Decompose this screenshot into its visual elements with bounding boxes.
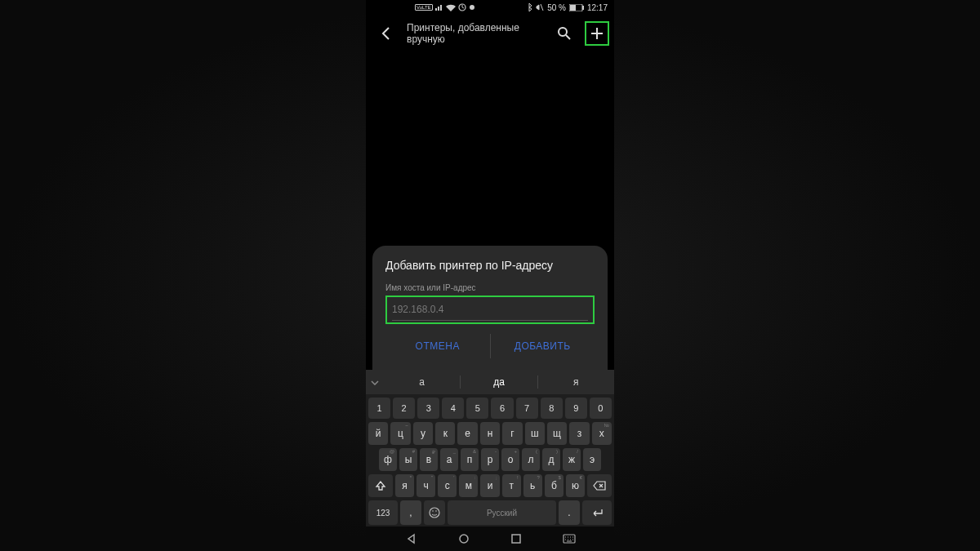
key-ю[interactable]: ю€ [566, 474, 585, 497]
volte-badge: VoLTE [415, 4, 433, 11]
comma-key[interactable]: , [400, 500, 421, 525]
status-bar: VoLTE 50 % 12:17 [366, 0, 614, 15]
keyboard-icon [563, 534, 576, 544]
key-0[interactable]: 0 [590, 398, 612, 419]
key-ж[interactable]: ж/ [563, 448, 581, 471]
key-к[interactable]: к [435, 422, 455, 445]
keyboard-suggestions: а да я [366, 370, 614, 394]
suggestion-3[interactable]: я [538, 376, 614, 388]
key-я[interactable]: я* [395, 474, 414, 497]
symbols-key[interactable]: 123 [368, 500, 398, 525]
key-3[interactable]: 3 [417, 398, 439, 419]
nav-home-button[interactable] [456, 531, 472, 547]
nav-back-icon [405, 533, 416, 544]
notification-dot-icon [469, 4, 475, 11]
key-ц[interactable]: ц~ [390, 422, 410, 445]
signal-icon [435, 4, 443, 11]
key-л[interactable]: л( [522, 448, 540, 471]
search-icon [557, 26, 572, 41]
back-button[interactable] [374, 21, 399, 46]
dialog-title: Добавить принтер по IP-адресу [385, 259, 595, 272]
key-у[interactable]: у [413, 422, 433, 445]
key-м[interactable]: м: [459, 474, 478, 497]
key-й[interactable]: й [368, 422, 388, 445]
ip-address-input[interactable] [392, 300, 588, 321]
key-6[interactable]: 6 [491, 398, 513, 419]
enter-key[interactable] [582, 500, 612, 525]
key-ч[interactable]: ч" [416, 474, 435, 497]
wifi-icon [446, 4, 456, 11]
nav-recent-button[interactable] [508, 531, 524, 547]
nav-keyboard-button[interactable] [561, 531, 577, 547]
svg-point-1 [470, 5, 474, 10]
key-щ[interactable]: щ [547, 422, 567, 445]
mute-icon [536, 3, 544, 11]
shift-icon [375, 480, 386, 491]
key-д[interactable]: д) [542, 448, 560, 471]
backspace-key[interactable] [587, 474, 612, 497]
key-9[interactable]: 9 [565, 398, 587, 419]
enter-icon [590, 508, 604, 518]
key-1[interactable]: 1 [368, 398, 390, 419]
suggestion-2[interactable]: да [461, 376, 537, 388]
key-б[interactable]: б$ [545, 474, 564, 497]
suggestion-1[interactable]: а [384, 376, 460, 388]
emoji-icon [429, 507, 440, 518]
key-х[interactable]: х№ [592, 422, 612, 445]
clock: 12:17 [587, 3, 608, 12]
keyboard-row-4: 123 , Русский . [368, 500, 612, 525]
key-з[interactable]: з [569, 422, 589, 445]
key-р[interactable]: р- [481, 448, 499, 471]
plus-icon [590, 26, 604, 41]
key-8[interactable]: 8 [541, 398, 563, 419]
svg-rect-10 [512, 535, 520, 543]
key-г[interactable]: г [502, 422, 522, 445]
nav-recent-icon [510, 533, 522, 544]
key-и[interactable]: и; [480, 474, 499, 497]
nav-back-button[interactable] [403, 531, 419, 547]
key-о[interactable]: о+ [501, 448, 519, 471]
key-ы[interactable]: ы# [399, 448, 417, 471]
key-ш[interactable]: ш [525, 422, 545, 445]
sync-icon [458, 3, 466, 11]
key-э[interactable]: э [583, 448, 601, 471]
dialog-buttons: ОТМЕНА ДОБАВИТЬ [385, 334, 595, 370]
key-ь[interactable]: ь? [523, 474, 542, 497]
confirm-add-button[interactable]: ДОБАВИТЬ [491, 334, 595, 358]
cancel-button[interactable]: ОТМЕНА [385, 334, 490, 358]
key-а[interactable]: а_ [440, 448, 458, 471]
emoji-key[interactable] [424, 500, 445, 525]
key-4[interactable]: 4 [442, 398, 464, 419]
key-ф[interactable]: ф@ [379, 448, 397, 471]
svg-point-5 [559, 28, 567, 36]
expand-suggestions-button[interactable] [366, 378, 384, 387]
add-button[interactable] [585, 21, 609, 46]
space-key[interactable]: Русский [448, 500, 556, 525]
svg-point-6 [430, 508, 439, 518]
period-key[interactable]: . [559, 500, 580, 525]
nav-home-icon [458, 533, 470, 544]
ip-input-highlight [385, 295, 595, 324]
svg-rect-3 [570, 5, 576, 11]
search-button[interactable] [552, 21, 577, 46]
key-5[interactable]: 5 [466, 398, 488, 419]
svg-point-7 [432, 510, 434, 512]
shift-key[interactable] [368, 474, 393, 497]
key-7[interactable]: 7 [516, 398, 538, 419]
phone-frame: VoLTE 50 % 12:17 Принтеры, добавленные в… [366, 0, 614, 551]
key-п[interactable]: п& [461, 448, 479, 471]
backspace-icon [593, 481, 606, 491]
svg-point-9 [460, 535, 468, 543]
app-bar: Принтеры, добавленные вручную [366, 15, 614, 51]
dialog-field-label: Имя хоста или IP-адрес [385, 283, 595, 292]
battery-icon [569, 4, 584, 11]
key-в[interactable]: в₽ [420, 448, 438, 471]
key-с[interactable]: с' [438, 474, 457, 497]
key-н[interactable]: н [480, 422, 500, 445]
key-2[interactable]: 2 [393, 398, 415, 419]
key-е[interactable]: е [457, 422, 477, 445]
page-title: Принтеры, добавленные вручную [407, 22, 544, 45]
keyboard-row-3: я*ч"с'м:и;т!ь?б$ю€ [368, 474, 612, 497]
key-т[interactable]: т! [502, 474, 521, 497]
back-arrow-icon [379, 26, 394, 41]
